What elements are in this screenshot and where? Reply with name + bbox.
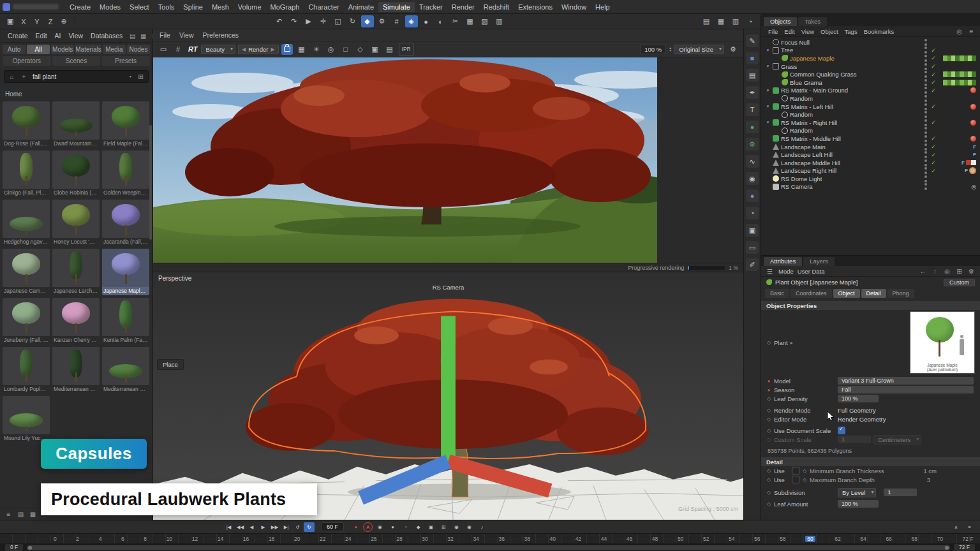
leaf-density-field[interactable]: 100 % bbox=[838, 395, 879, 402]
attribute-nav-icon[interactable]: ◎ bbox=[942, 267, 952, 276]
object-row[interactable]: RS Matrix - Middle Hill bbox=[761, 135, 980, 143]
enable-check-icon[interactable] bbox=[930, 63, 937, 70]
rt-icon[interactable]: ▤ bbox=[383, 43, 396, 55]
max-branch-value[interactable]: 3 bbox=[927, 476, 930, 483]
visibility-dots[interactable] bbox=[924, 135, 928, 142]
object-menu-item[interactable]: Tags bbox=[842, 28, 861, 35]
subdivision-mode-dropdown[interactable]: By Level bbox=[838, 488, 876, 497]
object-row[interactable]: RS Dome Light bbox=[761, 175, 980, 183]
ruler-frame-number[interactable]: 52 bbox=[703, 536, 709, 542]
keying-button[interactable]: ⊞ bbox=[438, 522, 449, 532]
keyframe-dot-icon[interactable]: ● bbox=[766, 378, 771, 384]
render-button[interactable]: ▦ bbox=[715, 15, 727, 27]
axis-lock-button[interactable]: Z bbox=[44, 15, 57, 27]
visibility-dots[interactable] bbox=[924, 39, 928, 46]
visibility-dots[interactable] bbox=[924, 95, 928, 102]
visibility-dots[interactable] bbox=[924, 151, 928, 158]
object-row[interactable]: ▾ RS Matrix - Main Ground bbox=[761, 87, 980, 95]
list-view-icon[interactable]: ≡ bbox=[4, 510, 13, 519]
ipr-button[interactable]: IPR bbox=[399, 43, 414, 56]
range-start-field[interactable]: 0 F bbox=[5, 544, 23, 551]
capsule-tool-button[interactable]: ▤ bbox=[746, 69, 759, 82]
panel-tab[interactable]: Objects bbox=[764, 17, 797, 26]
plant-expand-icon[interactable]: ▸ bbox=[791, 340, 793, 346]
tool-button[interactable]: ↻ bbox=[346, 15, 359, 27]
ruler-frame-number[interactable]: 40 bbox=[550, 536, 556, 542]
zoom-stepper[interactable]: ▲▼ bbox=[669, 47, 672, 52]
asset-tile[interactable]: Kanzan Cherry (Fall, Plant) bbox=[52, 298, 100, 344]
keying-button[interactable]: A bbox=[363, 522, 373, 532]
object-row[interactable]: Blue Grama bbox=[761, 78, 980, 87]
param-diamond-icon[interactable]: ◇ bbox=[766, 416, 771, 422]
asset-tile[interactable]: Golden Weeping Willow (Fall, Plant) bbox=[102, 151, 149, 197]
min-branch-value[interactable]: 1 cm bbox=[923, 467, 937, 474]
filter-tab[interactable]: Models bbox=[51, 45, 74, 54]
menu-item[interactable]: Render bbox=[447, 2, 479, 12]
object-badges[interactable] bbox=[939, 47, 976, 54]
object-badges[interactable] bbox=[939, 151, 976, 158]
attribute-nav-icon[interactable]: ⚙ bbox=[967, 267, 976, 276]
ruler-frame-number[interactable]: 46 bbox=[627, 536, 632, 542]
transport-button[interactable]: ▶ bbox=[258, 522, 269, 532]
home-icon[interactable]: ⌂ bbox=[7, 72, 17, 82]
leaf-amount-field[interactable]: 100 % bbox=[838, 500, 879, 508]
capsule-tool-button[interactable]: ■ bbox=[746, 52, 759, 64]
enable-check-icon[interactable] bbox=[930, 55, 937, 61]
asset-tile[interactable]: Kentia Palm (Fall, Plant) bbox=[102, 298, 149, 344]
object-row[interactable]: ▾ Tree bbox=[761, 47, 980, 55]
visibility-dots[interactable] bbox=[924, 47, 928, 54]
ruler-frame-number[interactable]: 70 bbox=[937, 536, 943, 542]
object-menu-item[interactable]: File bbox=[765, 28, 781, 35]
menu-item[interactable]: Help bbox=[591, 2, 614, 12]
filter-tab[interactable]: Media bbox=[103, 45, 126, 54]
menu-item[interactable]: Create bbox=[65, 2, 95, 12]
menu-item[interactable]: Spline bbox=[179, 2, 207, 12]
hamburger-icon[interactable]: ☰ bbox=[765, 267, 775, 276]
asset-menu-item[interactable]: Create bbox=[4, 31, 32, 40]
ruler-frame-number[interactable]: 12 bbox=[192, 536, 198, 542]
ruler-frame-number[interactable]: 30 bbox=[422, 536, 427, 542]
param-diamond-icon[interactable]: ◇ bbox=[766, 396, 771, 402]
menu-item[interactable]: Volume bbox=[234, 2, 266, 12]
max-branch-use-checkbox[interactable] bbox=[792, 476, 799, 483]
transport-button[interactable]: ↻ bbox=[304, 522, 315, 532]
keying-button[interactable]: ◔ bbox=[400, 522, 411, 532]
keying-button[interactable]: ● bbox=[350, 522, 361, 532]
ruler-frame-number[interactable]: 60 bbox=[805, 536, 815, 542]
capsule-tool-button[interactable]: ✒ bbox=[746, 86, 759, 99]
mode-label[interactable]: Mode bbox=[778, 268, 794, 275]
object-badges[interactable] bbox=[939, 55, 976, 62]
menu-item[interactable]: Mesh bbox=[207, 2, 234, 12]
ruler-frame-number[interactable]: 8 bbox=[144, 536, 147, 542]
enable-check-icon[interactable] bbox=[930, 135, 937, 142]
render-button[interactable]: ◔ bbox=[744, 15, 757, 27]
enable-check-icon[interactable] bbox=[930, 143, 937, 150]
attribute-nav-icon[interactable]: ⊞ bbox=[954, 267, 964, 276]
object-badges[interactable] bbox=[939, 127, 976, 134]
size-dropdown[interactable]: Original Size bbox=[674, 45, 724, 54]
rt-icon[interactable]: ▭ bbox=[157, 43, 170, 55]
asset-tile[interactable]: Hedgehog Agave (Fall, Plant) bbox=[3, 200, 50, 246]
object-badges[interactable] bbox=[939, 95, 976, 102]
object-manager-icon[interactable]: ≡ bbox=[967, 27, 976, 36]
rt-icon[interactable]: ✳ bbox=[310, 43, 323, 55]
rt-icon[interactable]: ◎ bbox=[325, 43, 338, 55]
asset-tile[interactable]: Japanese Camellia (Fall, Plant) bbox=[3, 249, 50, 295]
visibility-dots[interactable] bbox=[924, 79, 928, 86]
range-end-field[interactable]: 72 F bbox=[954, 544, 975, 551]
object-row[interactable]: Random bbox=[761, 110, 980, 119]
search-input[interactable] bbox=[31, 73, 122, 81]
object-badges[interactable] bbox=[939, 175, 976, 182]
zoom-value[interactable]: 100 % bbox=[640, 45, 666, 54]
tool-button[interactable]: ◆ bbox=[361, 15, 374, 27]
menu-item[interactable]: Simulate bbox=[378, 2, 415, 12]
tool-button[interactable]: ◐ bbox=[434, 15, 447, 27]
asset-menu-item[interactable]: AI bbox=[51, 31, 65, 40]
ruler-frame-number[interactable]: 56 bbox=[754, 536, 760, 542]
ruler-frame-number[interactable]: 54 bbox=[729, 536, 734, 542]
object-badges[interactable] bbox=[939, 87, 976, 94]
expander-icon[interactable]: ▾ bbox=[765, 88, 771, 93]
object-badges[interactable] bbox=[939, 167, 976, 174]
object-row[interactable]: Landscape Left Hill bbox=[761, 151, 980, 159]
visibility-dots[interactable] bbox=[924, 71, 928, 78]
